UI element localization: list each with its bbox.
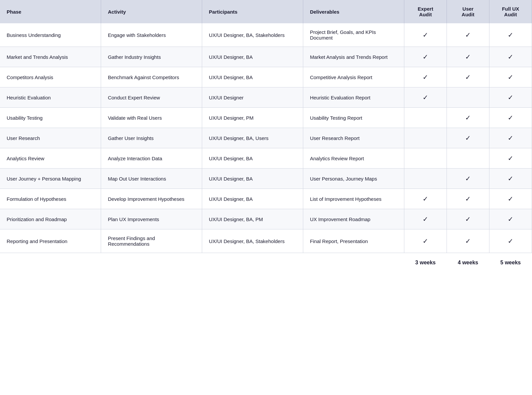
footer-expert-duration: 3 weeks — [404, 253, 447, 273]
cell-user-audit: ✓ — [447, 209, 489, 229]
table-row: Competitors AnalysisBenchmark Against Co… — [0, 67, 532, 87]
cell-expert-audit: ✓ — [404, 87, 447, 108]
cell-full-ux-audit: ✓ — [489, 229, 532, 253]
header-user-audit: UserAudit — [447, 0, 489, 23]
table-row: Usability TestingValidate with Real User… — [0, 108, 532, 128]
cell-phase: User Research — [0, 128, 101, 148]
cell-phase: Heuristic Evaluation — [0, 87, 101, 108]
cell-participants: UX/UI Designer, BA, Stakeholders — [202, 229, 303, 253]
cell-full-ux-audit: ✓ — [489, 209, 532, 229]
cell-expert-audit: ✓ — [404, 229, 447, 253]
cell-participants: UX/UI Designer, BA — [202, 169, 303, 189]
table-row: Reporting and PresentationPresent Findin… — [0, 229, 532, 253]
cell-phase: Market and Trends Analysis — [0, 47, 101, 67]
cell-deliverables: Analytics Review Report — [303, 148, 404, 169]
cell-user-audit: ✓ — [447, 128, 489, 148]
cell-expert-audit — [404, 108, 447, 128]
cell-user-audit: ✓ — [447, 67, 489, 87]
footer-empty — [0, 253, 404, 273]
cell-deliverables: Market Analysis and Trends Report — [303, 47, 404, 67]
cell-full-ux-audit: ✓ — [489, 108, 532, 128]
cell-user-audit — [447, 87, 489, 108]
cell-deliverables: Heuristic Evaluation Report — [303, 87, 404, 108]
cell-participants: UX/UI Designer, BA — [202, 47, 303, 67]
header-activity: Activity — [101, 0, 202, 23]
table-row: User ResearchGather User InsightsUX/UI D… — [0, 128, 532, 148]
table-body: Business UnderstandingEngage with Stakeh… — [0, 23, 532, 253]
cell-activity: Plan UX Improvements — [101, 209, 202, 229]
cell-expert-audit: ✓ — [404, 189, 447, 209]
cell-deliverables: List of Improvement Hypotheses — [303, 189, 404, 209]
cell-deliverables: Project Brief, Goals, and KPIs Document — [303, 23, 404, 47]
cell-deliverables: UX Improvement Roadmap — [303, 209, 404, 229]
cell-activity: Develop Improvement Hypotheses — [101, 189, 202, 209]
footer-full-duration: 5 weeks — [489, 253, 532, 273]
cell-user-audit: ✓ — [447, 169, 489, 189]
cell-full-ux-audit: ✓ — [489, 148, 532, 169]
cell-participants: UX/UI Designer, BA — [202, 189, 303, 209]
cell-user-audit — [447, 148, 489, 169]
cell-participants: UX/UI Designer — [202, 87, 303, 108]
table-row: User Journey + Persona MappingMap Out Us… — [0, 169, 532, 189]
cell-expert-audit: ✓ — [404, 47, 447, 67]
cell-participants: UX/UI Designer, BA, Users — [202, 128, 303, 148]
cell-deliverables: Usability Testing Report — [303, 108, 404, 128]
cell-phase: Prioritization and Roadmap — [0, 209, 101, 229]
cell-full-ux-audit: ✓ — [489, 67, 532, 87]
cell-expert-audit — [404, 148, 447, 169]
cell-user-audit: ✓ — [447, 23, 489, 47]
cell-participants: UX/UI Designer, PM — [202, 108, 303, 128]
cell-expert-audit — [404, 128, 447, 148]
cell-deliverables: Competitive Analysis Report — [303, 67, 404, 87]
cell-phase: Analytics Review — [0, 148, 101, 169]
cell-user-audit: ✓ — [447, 229, 489, 253]
cell-user-audit: ✓ — [447, 189, 489, 209]
header-expert-audit: ExpertAudit — [404, 0, 447, 23]
cell-phase: Formulation of Hypotheses — [0, 189, 101, 209]
header-deliverables: Deliverables — [303, 0, 404, 23]
cell-full-ux-audit: ✓ — [489, 23, 532, 47]
cell-participants: UX/UI Designer, BA — [202, 148, 303, 169]
cell-deliverables: User Personas, Journey Maps — [303, 169, 404, 189]
cell-deliverables: User Research Report — [303, 128, 404, 148]
cell-activity: Gather Industry Insights — [101, 47, 202, 67]
cell-activity: Map Out User Interactions — [101, 169, 202, 189]
cell-participants: UX/UI Designer, BA, PM — [202, 209, 303, 229]
table-row: Formulation of HypothesesDevelop Improve… — [0, 189, 532, 209]
cell-full-ux-audit: ✓ — [489, 169, 532, 189]
cell-participants: UX/UI Designer, BA — [202, 67, 303, 87]
cell-full-ux-audit: ✓ — [489, 87, 532, 108]
cell-expert-audit: ✓ — [404, 67, 447, 87]
cell-activity: Benchmark Against Competitors — [101, 67, 202, 87]
cell-full-ux-audit: ✓ — [489, 47, 532, 67]
table-wrapper: Phase Activity Participants Deliverables… — [0, 0, 532, 395]
cell-full-ux-audit: ✓ — [489, 189, 532, 209]
table-row: Heuristic EvaluationConduct Expert Revie… — [0, 87, 532, 108]
cell-full-ux-audit: ✓ — [489, 128, 532, 148]
audit-table: Phase Activity Participants Deliverables… — [0, 0, 532, 272]
footer-user-duration: 4 weeks — [447, 253, 489, 273]
header-participants: Participants — [202, 0, 303, 23]
cell-phase: User Journey + Persona Mapping — [0, 169, 101, 189]
cell-activity: Conduct Expert Review — [101, 87, 202, 108]
cell-participants: UX/UI Designer, BA, Stakeholders — [202, 23, 303, 47]
cell-user-audit: ✓ — [447, 108, 489, 128]
cell-expert-audit: ✓ — [404, 209, 447, 229]
cell-activity: Gather User Insights — [101, 128, 202, 148]
cell-phase: Business Understanding — [0, 23, 101, 47]
cell-expert-audit: ✓ — [404, 23, 447, 47]
cell-phase: Competitors Analysis — [0, 67, 101, 87]
cell-activity: Engage with Stakeholders — [101, 23, 202, 47]
header-row: Phase Activity Participants Deliverables… — [0, 0, 532, 23]
table-row: Business UnderstandingEngage with Stakeh… — [0, 23, 532, 47]
cell-deliverables: Final Report, Presentation — [303, 229, 404, 253]
cell-expert-audit — [404, 169, 447, 189]
table-row: Analytics ReviewAnalyze Interaction Data… — [0, 148, 532, 169]
cell-phase: Reporting and Presentation — [0, 229, 101, 253]
table-row: Prioritization and RoadmapPlan UX Improv… — [0, 209, 532, 229]
cell-user-audit: ✓ — [447, 47, 489, 67]
cell-activity: Present Findings and Recommendations — [101, 229, 202, 253]
footer-row: 3 weeks 4 weeks 5 weeks — [0, 253, 532, 273]
table-row: Market and Trends AnalysisGather Industr… — [0, 47, 532, 67]
cell-phase: Usability Testing — [0, 108, 101, 128]
